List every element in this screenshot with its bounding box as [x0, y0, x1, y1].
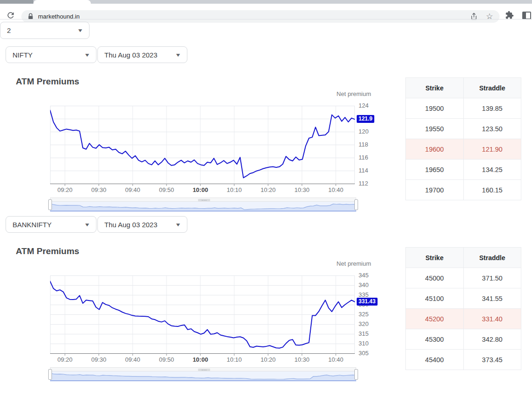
table-row: 19650134.25	[406, 160, 521, 180]
col-header-strike: Strike	[406, 248, 464, 268]
strike-cell: 19500	[406, 98, 464, 119]
x-tick-label: 09:50	[159, 356, 174, 363]
chart-range-navigator[interactable]	[50, 198, 356, 212]
y-tick-label: 114	[359, 167, 368, 174]
browser-toolbar: markethound.in ☆	[0, 4, 532, 19]
strike-cell: 19700	[406, 180, 464, 200]
x-tick-label: 09:20	[58, 186, 73, 193]
straddle-table-nifty: Strike Straddle 19500139.8519550123.5019…	[405, 77, 521, 200]
x-tick-label: 10:10	[227, 186, 242, 193]
strike-cell: 45000	[406, 268, 464, 288]
url-bar[interactable]: markethound.in ☆	[21, 10, 500, 23]
navigator-scrollbar-thumb[interactable]	[198, 199, 210, 201]
straddle-cell: 121.90	[463, 139, 521, 160]
straddle-cell: 341.55	[463, 288, 521, 309]
straddle-cell: 342.80	[463, 329, 521, 350]
y-tick-label: 112	[359, 180, 368, 187]
navigator-scrollbar-track[interactable]	[50, 367, 356, 371]
y-tick-label: 124	[359, 102, 369, 109]
window-edge	[0, 0, 33, 4]
x-tick-label: 10:00	[192, 356, 208, 363]
x-tick-label: 09:40	[125, 186, 141, 193]
x-tick-label: 10:40	[328, 356, 344, 363]
strike-cell: 45100	[406, 288, 464, 309]
reload-icon[interactable]	[6, 11, 15, 20]
table-row: 19700160.15	[406, 180, 521, 200]
y-tick-label: 320	[359, 320, 369, 327]
rows-count-value: 2	[7, 26, 11, 34]
y-axis-title: Net premium	[319, 90, 371, 97]
rows-count-select[interactable]: 2 ▼	[0, 22, 90, 39]
date-select-nifty[interactable]: Thu Aug 03 2023 ▼	[97, 46, 187, 63]
table-row: 45100341.55	[406, 288, 521, 309]
strike-cell: 45300	[406, 329, 464, 350]
x-tick-label: 10:20	[261, 186, 276, 193]
navigator-area[interactable]	[50, 371, 356, 381]
date-value: Thu Aug 03 2023	[104, 221, 157, 229]
x-tick-label: 10:40	[328, 186, 344, 193]
y-tick-label: 345	[359, 272, 369, 279]
x-tick-label: 10:00	[192, 186, 208, 193]
col-header-straddle: Straddle	[463, 248, 521, 268]
strike-cell: 45200	[406, 309, 464, 329]
straddle-cell: 373.45	[463, 350, 521, 370]
symbol-value: BANKNIFTY	[13, 221, 51, 229]
active-tab[interactable]	[33, 0, 91, 4]
chevron-down-icon: ▼	[84, 52, 90, 57]
table-row: 19550123.50	[406, 119, 521, 139]
extensions-icon[interactable]	[505, 11, 514, 21]
straddle-cell: 371.50	[463, 268, 521, 288]
y-tick-label: 340	[359, 281, 369, 288]
symbol-value: NIFTY	[13, 51, 32, 59]
chevron-down-icon: ▼	[175, 222, 181, 227]
straddle-cell: 123.50	[463, 119, 521, 139]
table-row: 45400373.45	[406, 350, 521, 370]
symbol-select-nifty[interactable]: NIFTY ▼	[6, 46, 96, 63]
side-panel-icon[interactable]	[522, 12, 531, 19]
navigator-scrollbar-track[interactable]	[50, 198, 356, 202]
navigator-right-handle[interactable]	[354, 369, 358, 380]
y-tick-label: 335	[359, 291, 369, 298]
browser-tab-strip	[0, 0, 532, 4]
x-tick-label: 09:50	[159, 186, 174, 193]
x-tick-label: 10:10	[227, 356, 242, 363]
y-tick-label: 116	[359, 154, 368, 161]
navigator-scrollbar-thumb[interactable]	[198, 369, 210, 371]
date-select-banknifty[interactable]: Thu Aug 03 2023 ▼	[97, 216, 187, 233]
page: markethound.in ☆ 2 ▼ NIFTY ▼ Thu Aug 03 …	[0, 0, 532, 396]
straddle-cell: 139.85	[463, 98, 521, 119]
strike-cell: 19550	[406, 119, 464, 139]
navigator-left-handle[interactable]	[48, 199, 52, 210]
strike-cell: 19650	[406, 160, 464, 180]
navigator-area[interactable]	[50, 202, 356, 211]
last-price-badge: 331.43	[357, 298, 378, 306]
table-row-atm-highlight: 19600121.90	[406, 139, 521, 160]
navigator-right-handle[interactable]	[354, 199, 358, 210]
x-tick-label: 10:30	[295, 356, 310, 363]
nifty-premium-chart[interactable]	[50, 106, 355, 187]
y-tick-label: 305	[359, 350, 369, 357]
x-tick-label: 10:30	[295, 186, 310, 193]
straddle-table-banknifty: Strike Straddle 45000371.5045100341.5545…	[405, 247, 521, 370]
table-row: 45300342.80	[406, 329, 521, 350]
section-title: ATM Premiums	[16, 246, 79, 256]
chevron-down-icon: ▼	[175, 52, 181, 57]
series-line	[50, 110, 355, 178]
col-header-straddle: Straddle	[463, 78, 521, 98]
chart-range-navigator[interactable]	[50, 367, 356, 382]
last-price-badge: 121.9	[357, 115, 374, 123]
y-tick-label: 118	[359, 141, 368, 148]
symbol-select-banknifty[interactable]: BANKNIFTY ▼	[6, 216, 96, 233]
date-value: Thu Aug 03 2023	[104, 51, 157, 59]
banknifty-premium-chart[interactable]	[50, 275, 355, 357]
straddle-cell: 134.25	[463, 160, 521, 180]
navigator-left-handle[interactable]	[48, 369, 52, 380]
y-axis-title: Net premium	[319, 260, 371, 267]
strike-cell: 45400	[406, 350, 464, 370]
y-tick-label: 325	[359, 311, 369, 318]
x-tick-label: 09:30	[91, 356, 107, 363]
y-tick-label: 310	[359, 340, 369, 347]
straddle-cell: 331.40	[463, 309, 521, 329]
y-tick-label: 315	[359, 330, 369, 337]
y-tick-label: 120	[359, 128, 369, 135]
